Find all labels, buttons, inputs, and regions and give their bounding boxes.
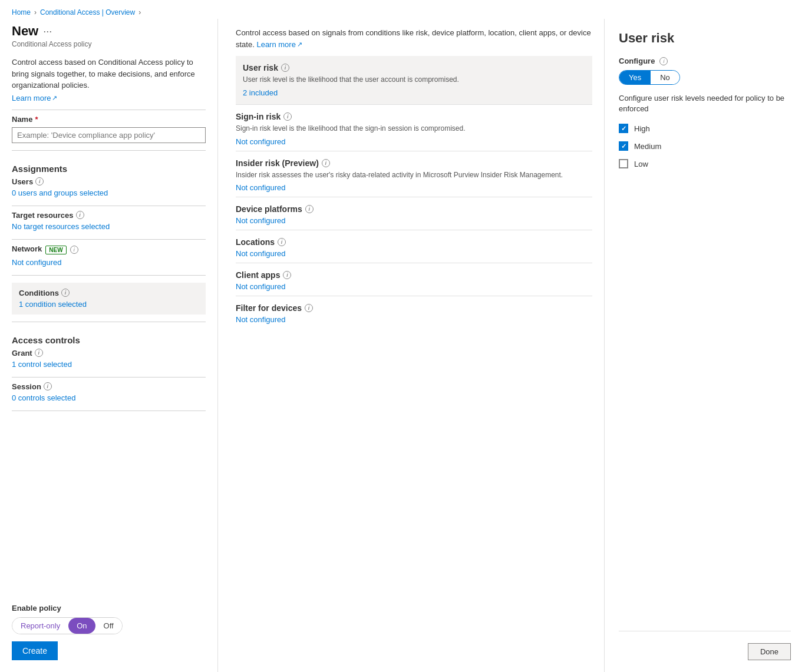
sign-in-risk-title: Sign-in risk i [236, 112, 592, 121]
assignments-heading: Assignments [12, 164, 206, 174]
network-value[interactable]: Not configured [12, 258, 206, 267]
target-resources-info-icon[interactable]: i [76, 211, 84, 219]
name-label: Name * [12, 115, 206, 124]
condition-filter-devices[interactable]: Filter for devices i Not configured [236, 296, 592, 329]
grant-value[interactable]: 1 control selected [12, 360, 206, 369]
configure-info-icon[interactable]: i [659, 57, 668, 65]
user-risk-desc: User risk level is the likelihood that t… [243, 75, 585, 85]
target-resources-label: Target resources i [12, 211, 206, 220]
session-label: Session i [12, 382, 206, 391]
name-input[interactable] [12, 127, 206, 143]
more-options-icon[interactable]: ··· [43, 25, 52, 38]
access-controls-heading: Access controls [12, 335, 206, 345]
left-panel: New ··· Conditional Access policy Contro… [0, 19, 218, 672]
checkbox-low[interactable]: Low [619, 159, 791, 168]
insider-risk-desc: Insider risk assesses the user's risky d… [236, 170, 592, 180]
locations-value[interactable]: Not configured [236, 249, 592, 258]
breadcrumb-sep1: › [34, 8, 37, 16]
session-value[interactable]: 0 controls selected [12, 393, 206, 402]
users-label: Users i [12, 177, 206, 186]
yes-button[interactable]: Yes [619, 71, 651, 84]
learn-more-middle-link[interactable]: Learn more [256, 39, 302, 51]
insider-risk-info-icon[interactable]: i [322, 159, 330, 167]
locations-info-icon[interactable]: i [278, 238, 286, 246]
right-panel-title: User risk [619, 31, 791, 46]
client-apps-info-icon[interactable]: i [283, 271, 291, 279]
device-platforms-title: Device platforms i [236, 204, 592, 214]
checkbox-high-box[interactable]: ✓ [619, 124, 628, 133]
client-apps-value[interactable]: Not configured [236, 282, 592, 291]
network-new-badge: NEW [45, 246, 66, 254]
sign-in-risk-desc: Sign-in risk level is the likelihood tha… [236, 124, 592, 134]
done-bar: Done [619, 631, 791, 660]
checkbox-high-label: High [634, 124, 650, 133]
no-button[interactable]: No [651, 71, 679, 84]
sign-in-risk-info-icon[interactable]: i [283, 112, 292, 121]
sign-in-risk-value[interactable]: Not configured [236, 137, 592, 146]
toggle-report-only[interactable]: Report-only [12, 618, 68, 634]
checkbox-low-box[interactable] [619, 159, 628, 168]
condition-sign-in-risk[interactable]: Sign-in risk i Sign-in risk level is the… [236, 105, 592, 151]
learn-more-left-link[interactable]: Learn more [12, 94, 206, 102]
toggle-on[interactable]: On [68, 618, 95, 634]
breadcrumb-overview[interactable]: Conditional Access | Overview [40, 8, 135, 16]
toggle-off[interactable]: Off [95, 618, 122, 634]
user-risk-value[interactable]: 2 included [243, 88, 585, 97]
filter-devices-info-icon[interactable]: i [305, 304, 313, 312]
conditions-label: Conditions i [19, 289, 199, 297]
user-risk-title: User risk i [243, 63, 585, 72]
grant-label: Grant i [12, 349, 206, 357]
checkbox-medium-box[interactable]: ✓ [619, 141, 628, 151]
locations-title: Locations i [236, 237, 592, 247]
condition-device-platforms[interactable]: Device platforms i Not configured [236, 197, 592, 230]
users-info-icon[interactable]: i [35, 177, 44, 186]
users-value[interactable]: 0 users and groups selected [12, 188, 206, 197]
checkbox-high[interactable]: ✓ High [619, 124, 791, 133]
filter-devices-title: Filter for devices i [236, 303, 592, 313]
breadcrumb: Home › Conditional Access | Overview › [0, 0, 805, 19]
checkbox-low-label: Low [634, 160, 648, 168]
network-label: Network [12, 244, 42, 253]
configure-row: Configure i [619, 57, 791, 65]
user-risk-info-icon[interactable]: i [281, 64, 289, 72]
device-platforms-value[interactable]: Not configured [236, 216, 592, 225]
checkbox-medium-check: ✓ [621, 143, 626, 150]
session-info-icon[interactable]: i [44, 382, 52, 390]
insider-risk-value[interactable]: Not configured [236, 183, 592, 192]
conditions-info-icon[interactable]: i [61, 289, 70, 297]
yes-no-toggle: Yes No [619, 70, 680, 85]
policy-toggle-row: Report-only On Off [12, 617, 206, 634]
filter-devices-value[interactable]: Not configured [236, 315, 592, 324]
enable-policy-label: Enable policy [12, 604, 206, 613]
conditions-block: Conditions i 1 condition selected [12, 283, 206, 315]
condition-locations[interactable]: Locations i Not configured [236, 230, 592, 263]
page-title: New [12, 24, 38, 39]
done-button[interactable]: Done [748, 643, 791, 660]
checkbox-medium[interactable]: ✓ Medium [619, 141, 791, 151]
configure-label: Configure [619, 57, 655, 65]
middle-header-text: Control access based on signals from con… [236, 19, 592, 56]
middle-panel: Control access based on signals from con… [218, 19, 605, 672]
condition-user-risk[interactable]: User risk i User risk level is the likel… [236, 56, 592, 105]
target-resources-value[interactable]: No target resources selected [12, 222, 206, 231]
create-button[interactable]: Create [12, 641, 58, 660]
checkbox-high-check: ✓ [621, 125, 626, 133]
required-star: * [35, 115, 38, 124]
condition-insider-risk[interactable]: Insider risk (Preview) i Insider risk as… [236, 151, 592, 198]
configure-desc: Configure user risk levels needed for po… [619, 93, 791, 114]
client-apps-title: Client apps i [236, 270, 592, 280]
checkbox-medium-label: Medium [634, 142, 661, 151]
breadcrumb-home[interactable]: Home [12, 8, 31, 16]
network-info-icon[interactable]: i [70, 246, 78, 254]
grant-info-icon[interactable]: i [35, 349, 43, 357]
device-platforms-info-icon[interactable]: i [305, 205, 314, 213]
conditions-value[interactable]: 1 condition selected [19, 300, 199, 309]
right-panel: User risk Configure i Yes No Configure u… [605, 19, 805, 672]
network-row: Network NEW i [12, 244, 206, 256]
condition-client-apps[interactable]: Client apps i Not configured [236, 263, 592, 296]
insider-risk-title: Insider risk (Preview) i [236, 158, 592, 168]
page-subtitle: Conditional Access policy [12, 40, 206, 48]
breadcrumb-sep2: › [138, 8, 141, 16]
left-description: Control access based on Conditional Acce… [12, 57, 206, 91]
